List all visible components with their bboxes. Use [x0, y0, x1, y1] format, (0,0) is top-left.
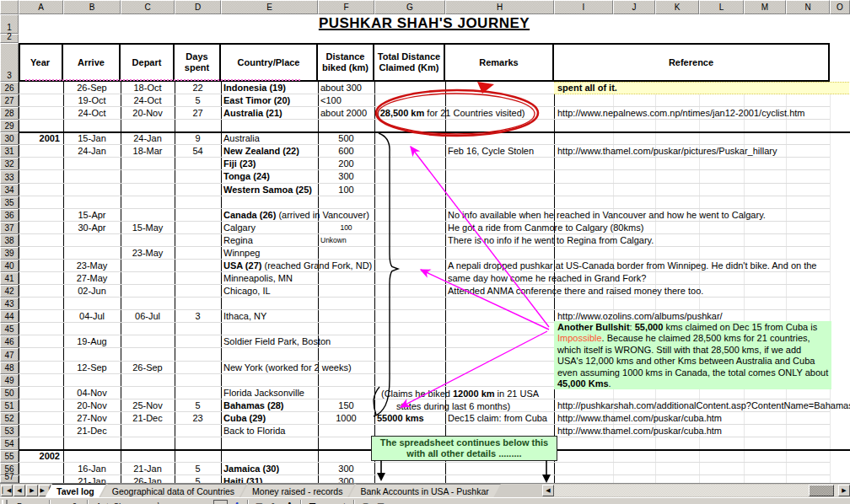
cell-C48[interactable]: 26-Sep — [121, 362, 175, 374]
cell-C51[interactable]: 25-Nov — [121, 399, 175, 412]
cell-F56[interactable]: 300 — [318, 463, 374, 475]
cell-D30[interactable]: 9 — [175, 132, 221, 145]
dash-style-icon[interactable]: ⋯ — [321, 500, 334, 504]
cell-F34[interactable]: 100 — [318, 184, 374, 196]
cell-E56[interactable]: Jamaica (30) — [223, 463, 847, 475]
arrow-icon[interactable]: ↘ — [168, 500, 180, 504]
column-header-E[interactable]: E — [221, 0, 318, 14]
cell-B48[interactable]: 12-Sep — [63, 362, 121, 374]
3d-icon[interactable]: ◫ — [374, 500, 387, 504]
cell-B52[interactable]: 27-Nov — [63, 412, 121, 425]
cell-C30[interactable]: 24-Jan — [121, 132, 175, 145]
cell-E57[interactable]: Haiti (31) — [223, 475, 847, 483]
cell-B26[interactable]: 26-Sep — [63, 82, 121, 94]
scroll-right-icon[interactable]: ▶ — [838, 485, 850, 496]
cell-D44[interactable]: 3 — [175, 310, 221, 323]
cell-E34[interactable]: Western Samoa (25) — [223, 184, 847, 196]
scrollbar-thumb[interactable] — [809, 485, 834, 496]
column-header-C[interactable]: C — [121, 0, 175, 14]
cell-D57[interactable]: 5 — [175, 475, 221, 483]
autoshapes-menu-button[interactable]: AutoShapes▾ — [93, 500, 150, 504]
row-header-1[interactable]: 1 — [0, 14, 19, 34]
cell-F32[interactable]: 200 — [318, 158, 374, 170]
tab-tavel-log[interactable]: Tavel log — [45, 484, 106, 498]
line-icon[interactable]: \ — [153, 500, 165, 504]
row-header-3[interactable]: 3 — [0, 43, 19, 82]
cell-F37[interactable]: 100 — [318, 222, 374, 234]
tab-bank-accounts-in-usa-pushkar[interactable]: Bank Accounts in USA - Pushkar — [348, 484, 500, 498]
cell-I51[interactable]: http://pushkarshah.com/additionalContent… — [557, 399, 848, 412]
cell-B30[interactable]: 15-Jan — [63, 132, 121, 145]
cell-C52[interactable]: 21-Dec — [121, 412, 175, 425]
cell-C28[interactable]: 20-Nov — [121, 107, 175, 120]
cell-B46[interactable]: 19-Aug — [63, 335, 121, 348]
pointer-icon[interactable]: ↖ — [55, 500, 67, 504]
cell-H38[interactable]: There is no info if he went to Regina fr… — [448, 234, 844, 247]
font-color-icon[interactable]: A — [283, 500, 296, 504]
column-header-A[interactable]: A — [19, 0, 63, 14]
cell-C44[interactable]: 06-Jul — [121, 310, 175, 323]
free-rotate-icon[interactable]: ↻ — [70, 500, 83, 504]
cell-B31[interactable]: 24-Jan — [63, 145, 121, 158]
cell-F52[interactable]: 1000 — [318, 412, 374, 425]
column-header-K[interactable]: K — [655, 0, 699, 14]
column-header-B[interactable]: B — [63, 0, 121, 14]
cell-B27[interactable]: 19-Oct — [63, 94, 121, 107]
cell-F57[interactable]: 300 — [318, 475, 374, 483]
yellow-highlight-note[interactable]: spent all of it. — [554, 82, 849, 94]
next-sheet-icon[interactable]: ▶ — [26, 485, 38, 496]
cell-B44[interactable]: 04-Jul — [63, 310, 121, 323]
cell-B57[interactable]: 21-Jan — [63, 475, 121, 483]
first-sheet-icon[interactable]: ▏◀ — [1, 485, 13, 496]
cell-B40[interactable]: 23-May — [63, 260, 121, 272]
select-all-corner[interactable] — [0, 0, 19, 14]
column-header-M[interactable]: M — [744, 0, 786, 14]
line-color-icon[interactable]: ✎ — [268, 500, 281, 504]
cell-C31[interactable]: 18-Mar — [121, 145, 175, 158]
cell-D31[interactable]: 54 — [175, 145, 221, 158]
cell-D28[interactable]: 27 — [175, 107, 221, 120]
cell-H42[interactable]: Attended ANMA conference there and raise… — [448, 285, 844, 298]
cell-C37[interactable]: 15-May — [121, 222, 175, 234]
cell-F28[interactable]: about 2000 — [320, 107, 374, 120]
cell-B51[interactable]: 20-Nov — [63, 399, 121, 412]
cell-I28[interactable]: http://www.nepalnews.com.np/ntimes/jan12… — [557, 107, 848, 120]
draw-menu-button[interactable]: Draw▾ — [13, 500, 45, 504]
cell-C39[interactable]: 23-May — [121, 247, 175, 260]
cell-E39[interactable]: Winnpeg — [223, 247, 847, 260]
toolbar-grip[interactable] — [2, 500, 8, 504]
cell-A30[interactable]: 2001 — [19, 132, 60, 145]
scrollbar-track[interactable] — [554, 485, 838, 496]
cell-I31[interactable]: http://www.thamel.com/puskar/pictures/Pu… — [557, 145, 848, 158]
cell-C56[interactable]: 21-Jan — [121, 463, 175, 475]
cell-F51[interactable]: 150 — [318, 399, 374, 412]
cell-B56[interactable]: 16-Jan — [63, 463, 121, 475]
cell-C57[interactable]: 26-Jan — [121, 475, 175, 483]
column-header-I[interactable]: I — [554, 0, 613, 14]
cell-B28[interactable]: 24-Oct — [63, 107, 121, 120]
cell-F31[interactable]: 600 — [318, 145, 374, 158]
cell-D27[interactable]: 5 — [175, 94, 221, 107]
shadow-icon[interactable]: ▢ — [359, 500, 372, 504]
cell-D26[interactable]: 22 — [175, 82, 221, 94]
cell-B41[interactable]: 27-May — [63, 272, 121, 285]
cell-F26[interactable]: about 300 — [320, 82, 374, 94]
cell-C27[interactable]: 24-Oct — [121, 94, 175, 107]
cell-F30[interactable]: 500 — [318, 132, 374, 145]
cell-H41[interactable]: same day how come he reached in Grand Fo… — [448, 272, 844, 285]
cell-F33[interactable]: 300 — [318, 170, 374, 184]
tab-money-raised-records[interactable]: Money raised - records — [240, 484, 354, 498]
bullshit-comment-note[interactable]: Another Bullshit: 55,000 kms claimed on … — [554, 321, 831, 389]
cell-F38[interactable]: Unkown — [320, 234, 374, 247]
line-style-icon[interactable]: ☰ — [306, 500, 319, 504]
cell-B42[interactable]: 02-Jun — [63, 285, 121, 298]
cell-E32[interactable]: Fiji (23) — [223, 158, 847, 170]
oval-icon[interactable]: ○ — [198, 500, 211, 504]
row-header-2[interactable]: 2 — [0, 34, 19, 43]
cell-H40[interactable]: A nepali dropped pushkar at US-Canada bo… — [448, 260, 844, 272]
cell-B36[interactable]: 15-Apr — [63, 209, 121, 222]
cell-B53[interactable]: 21-Dec — [63, 425, 121, 437]
tab-geographical-data-of-countries[interactable]: Geographical data of Countries — [100, 484, 246, 498]
cell-B50[interactable]: 04-Nov — [63, 387, 121, 399]
rectangle-icon[interactable]: ▭ — [183, 500, 196, 504]
